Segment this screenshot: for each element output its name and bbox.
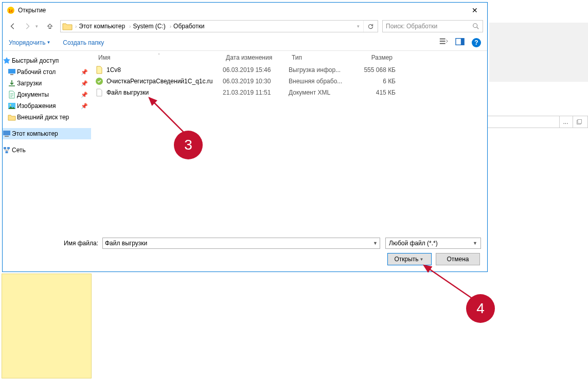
col-name[interactable]: Имя˄ [95,54,223,61]
pin-icon: 📌 [81,103,88,110]
pin-icon: 📌 [81,92,88,98]
svg-rect-8 [440,43,446,44]
svg-rect-12 [10,74,13,75]
nav-pictures[interactable]: Изображения📌 [3,100,91,112]
svg-rect-10 [461,38,464,45]
filetype-select[interactable]: Любой файл (*.*)▼ [385,238,481,249]
document-icon [8,91,16,99]
open-split-icon[interactable]: ▼ [420,257,425,262]
nav-network[interactable]: Сеть [3,144,91,156]
filename-label: Имя файла: [9,240,102,247]
file-row[interactable]: 1Cv8 06.03.2019 15:46 Выгрузка инфор... … [91,64,487,76]
cancel-button[interactable]: Отмена [436,253,480,265]
recent-locations[interactable]: ▾ [35,24,42,29]
close-button[interactable]: ✕ [465,3,485,17]
col-size[interactable]: Размер [349,54,396,61]
background-note [2,274,92,378]
nav-downloads[interactable]: Загрузки📌 [3,78,91,89]
folder-icon [8,113,16,121]
search-icon [472,23,479,30]
search-input[interactable]: Поиск: Обработки [382,20,483,32]
file-icon [95,88,103,97]
svg-rect-7 [440,41,446,42]
svg-rect-17 [4,147,6,149]
file-row[interactable]: ОчисткаРегистраСведений1С_q1c.ru 06.03.2… [91,76,487,87]
nav-quick-access[interactable]: Быстрый доступ [3,55,91,66]
callout-3: 3 [174,131,203,159]
nav-this-pc[interactable]: Этот компьютер [3,128,91,139]
svg-text:1c: 1c [8,8,13,13]
folder-icon [62,21,73,32]
navigation-pane: Быстрый доступ Рабочий стол📌 Загрузки📌 Д… [3,51,91,234]
back-button[interactable] [7,20,19,32]
new-folder-button[interactable]: Создать папку [63,39,104,46]
help-button[interactable]: ? [472,38,481,47]
search-placeholder: Поиск: Обработки [386,23,472,30]
column-headers: Имя˄ Дата изменения Тип Размер [91,51,487,64]
background-popout-button[interactable] [573,116,585,128]
pin-icon: 📌 [81,80,88,87]
background-ribbon [489,23,588,82]
svg-rect-6 [440,38,446,39]
breadcrumb-segment[interactable]: ›Обработки [168,20,207,32]
file-list: Имя˄ Дата изменения Тип Размер 1Cv8 06.0… [91,51,487,234]
titlebar: 1c Открытие ✕ [3,3,487,18]
dialog-title: Открытие [18,7,465,14]
preview-pane-toggle[interactable] [455,37,465,48]
nav-row: ▾ ›Этот компьютер ›System (C:) ›Обработк… [3,18,487,34]
address-history[interactable]: ▾ [357,24,363,29]
app-icon: 1c [7,6,15,14]
refresh-button[interactable] [363,21,378,32]
svg-line-5 [477,27,479,29]
svg-point-4 [473,24,477,28]
view-options[interactable] [439,37,448,48]
desktop-icon [8,68,16,76]
breadcrumb-segment[interactable]: ›Этот компьютер [73,20,127,32]
callout-4: 4 [466,294,495,323]
svg-point-14 [10,104,11,106]
file-icon [95,77,103,85]
forward-button[interactable] [21,20,33,32]
svg-rect-18 [7,147,10,149]
breadcrumb-segment[interactable]: ›System (C:) [127,20,168,32]
sort-indicator-icon: ˄ [158,53,160,58]
picture-icon [8,102,16,110]
dialog-footer: Имя файла: Файл выгрузки▼ Любой файл (*.… [3,234,487,272]
pin-icon: 📌 [81,69,88,76]
background-more-button[interactable]: ... [559,116,572,128]
col-type[interactable]: Тип [289,54,349,61]
toolbar: Упорядочить▼ Создать папку ? [3,34,487,51]
nav-documents[interactable]: Документы📌 [3,89,91,100]
file-open-dialog: 1c Открытие ✕ ▾ ›Этот компьютер ›System … [2,2,488,272]
file-icon [95,66,103,74]
open-button[interactable]: Открыть▼ [387,253,432,265]
network-icon [3,146,11,154]
download-icon [8,79,16,87]
svg-rect-1 [578,120,582,124]
organize-menu[interactable]: Упорядочить▼ [9,39,50,46]
address-bar[interactable]: ›Этот компьютер ›System (C:) ›Обработки … [60,20,378,32]
nav-ext-disk[interactable]: Внешний диск тер [3,112,91,123]
up-button[interactable] [44,20,56,32]
svg-rect-16 [5,136,9,137]
file-row[interactable]: Файл выгрузки 21.03.2019 11:51 Документ … [91,87,487,98]
svg-rect-11 [8,69,15,74]
nav-desktop[interactable]: Рабочий стол📌 [3,66,91,78]
computer-icon [3,130,11,138]
chevron-down-icon[interactable]: ▼ [373,241,378,246]
svg-rect-19 [6,151,8,153]
filename-input[interactable]: Файл выгрузки▼ [102,238,380,249]
col-date[interactable]: Дата изменения [223,54,289,61]
chevron-down-icon: ▼ [473,241,477,246]
star-icon [3,57,11,65]
svg-rect-15 [3,131,10,135]
